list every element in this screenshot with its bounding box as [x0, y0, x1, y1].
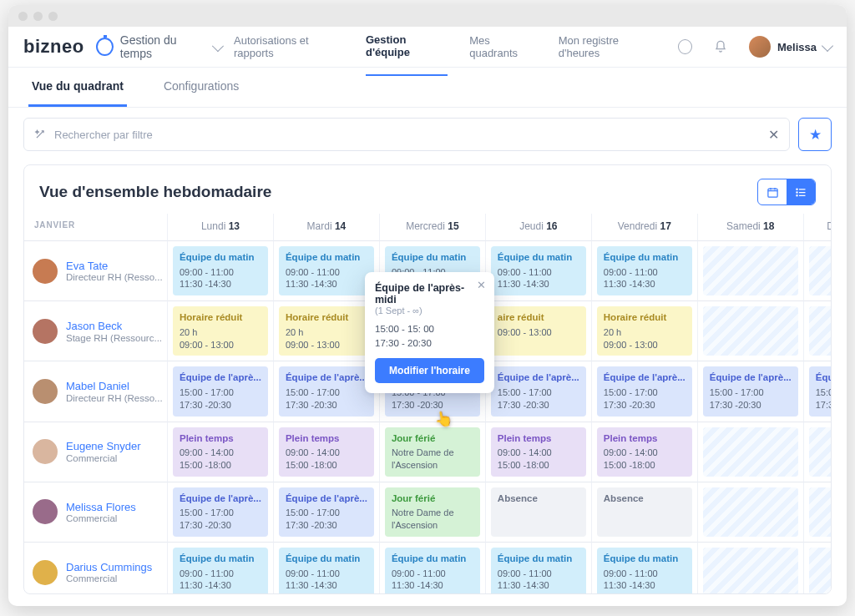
edit-schedule-button[interactable]: Modifier l'horaire [375, 358, 484, 383]
window-min-dot[interactable] [33, 12, 43, 21]
shift-cell[interactable]: Équipe de l'aprè...15:00 - 17:0017:30 -2… [274, 361, 380, 422]
shift-block[interactable] [703, 487, 798, 537]
shift-block[interactable]: Équipe de l'aprè...15:00 - 17:0017:30 -2… [491, 366, 586, 416]
shift-block[interactable]: Équipe du matin09:00 - 11:0011:30 -14:30 [597, 246, 692, 295]
shift-cell[interactable]: Absence [592, 482, 698, 543]
shift-cell[interactable]: Horaire réduit20 h09:00 - 13:00 [168, 301, 274, 361]
shift-block[interactable]: Équipe du matin09:00 - 11:0011:30 -14:30 [491, 246, 586, 295]
shift-cell[interactable]: Horaire réduit20 h09:00 - 13:00 [274, 301, 380, 361]
shift-block[interactable]: aire réduit09:00 - 13:00 [491, 306, 586, 356]
user-menu[interactable]: Melissa [749, 36, 832, 58]
shift-cell[interactable]: Horaire réduit20 h09:00 - 13:00 [592, 301, 698, 361]
shift-cell[interactable]: Jour fériéNotre Dame del'Ascension [380, 482, 486, 543]
view-list-button[interactable] [787, 179, 815, 204]
person-name[interactable]: Jason Beck [66, 320, 162, 333]
shift-cell[interactable]: Plein temps09:00 - 14:0015:00 -18:00 [592, 422, 698, 482]
shift-block[interactable]: Équipe du matin09:00 - 11:0011:30 -14:30 [279, 548, 374, 593]
shift-cell[interactable]: Équipe du matin09:00 - 11:0011:30 -14:30 [592, 241, 698, 301]
window-close-dot[interactable] [18, 12, 28, 21]
person-name[interactable]: Darius Cummings [66, 561, 152, 574]
shift-cell[interactable] [804, 543, 831, 593]
shift-block[interactable]: Horaire réduit20 h09:00 - 13:00 [173, 306, 268, 356]
shift-block[interactable] [703, 548, 798, 593]
shift-block[interactable]: Équipe de l'aprè...15:00 - 17:0017:30 -2… [703, 366, 798, 416]
filter-search[interactable]: Rechercher par filtre ✕ [23, 118, 790, 151]
shift-cell[interactable]: Plein temps09:00 - 14:0015:00 -18:00 [168, 422, 274, 482]
shift-cell[interactable]: Équipe du matin09:00 - 11:0011:30 -14:30 [592, 543, 698, 593]
shift-block[interactable]: Équipe du matin09:00 - 11:0011:30 -14:30 [385, 548, 480, 593]
popover-close-button[interactable]: ✕ [477, 279, 486, 291]
shift-block[interactable]: Équipe de l'aprè...15:00 - 17:0017:30 -2… [173, 366, 268, 416]
shift-block[interactable]: Plein temps09:00 - 14:0015:00 -18:00 [597, 427, 692, 477]
shift-cell[interactable]: Plein temps09:00 - 14:0015:00 -18:00 [274, 422, 380, 482]
favorite-filter-button[interactable]: ★ [798, 118, 832, 151]
shift-block[interactable]: Jour fériéNotre Dame del'Ascension [385, 487, 480, 537]
shift-cell[interactable] [698, 241, 804, 301]
tab-configurations[interactable]: Configurations [160, 68, 242, 107]
nav-item-registre-heures[interactable]: Mon registre d'heures [559, 34, 656, 59]
shift-cell[interactable]: Équipe de l'aprè...15:00 - 17:0017:30 -2… [274, 482, 380, 543]
person-cell[interactable]: Melissa FloresCommercial [24, 482, 168, 543]
shift-block[interactable]: Équipe de l'aprè...15:00 - 17:0017:30 -2… [809, 366, 831, 416]
view-calendar-button[interactable] [758, 179, 787, 204]
module-selector[interactable]: Gestion du temps [96, 33, 222, 60]
shift-block[interactable]: Équipe du matin09:00 - 11:0011:30 -14:30 [491, 548, 586, 593]
shift-cell[interactable] [804, 482, 831, 543]
shift-cell[interactable] [804, 422, 831, 482]
shift-cell[interactable]: Équipe de l'aprè...15:00 - 17:0017:30 -2… [592, 361, 698, 422]
shift-block[interactable] [703, 246, 798, 295]
shift-block[interactable]: Équipe du matin09:00 - 11:0011:30 -14:30 [597, 548, 692, 593]
shift-cell[interactable]: Équipe de l'aprè...15:00 - 17:0017:30 -2… [486, 361, 592, 422]
shift-block[interactable]: Équipe de l'aprè...15:00 - 17:0017:30 -2… [173, 487, 268, 537]
tab-vue-quadrant[interactable]: Vue du quadrant [28, 68, 127, 107]
shift-block[interactable]: Équipe de l'aprè...15:00 - 17:0017:30 -2… [279, 487, 374, 537]
shift-block[interactable] [809, 427, 831, 477]
shift-block[interactable]: Jour fériéNotre Dame del'Ascension [385, 427, 480, 477]
nav-item-autorisations[interactable]: Autorisations et rapports [234, 34, 344, 59]
help-icon[interactable] [678, 39, 692, 54]
shift-block[interactable]: Équipe de l'aprè...15:00 - 17:0017:30 -2… [597, 366, 692, 416]
shift-block[interactable] [703, 427, 798, 477]
person-cell[interactable]: Eugene SnyderCommercial [24, 422, 168, 482]
shift-block[interactable]: Horaire réduit20 h09:00 - 13:00 [279, 306, 374, 356]
shift-cell[interactable]: Équipe de l'aprè...15:00 - 17:0017:30 -2… [804, 361, 831, 422]
shift-cell[interactable]: Équipe du matin09:00 - 11:0011:30 -14:30 [274, 241, 380, 301]
shift-cell[interactable]: Plein temps09:00 - 14:0015:00 -18:00 [486, 422, 592, 482]
shift-cell[interactable]: Équipe de l'aprè...15:00 - 17:0017:30 -2… [168, 361, 274, 422]
shift-cell[interactable]: Équipe de l'aprè...15:00 - 17:0017:30 -2… [698, 361, 804, 422]
shift-block[interactable]: Horaire réduit20 h09:00 - 13:00 [597, 306, 692, 356]
shift-block[interactable] [809, 548, 831, 593]
shift-block[interactable] [809, 487, 831, 537]
person-cell[interactable]: Jason BeckStage RH (Ressourc... [24, 301, 168, 361]
shift-cell[interactable]: aire réduit09:00 - 13:00 [486, 301, 592, 361]
shift-cell[interactable]: Équipe du matin09:00 - 11:0011:30 -14:30 [274, 543, 380, 593]
shift-cell[interactable]: Équipe du matin09:00 - 11:0011:30 -14:30 [486, 241, 592, 301]
shift-block[interactable]: Plein temps09:00 - 14:0015:00 -18:00 [491, 427, 586, 477]
shift-cell[interactable]: Absence [486, 482, 592, 543]
clear-filter-button[interactable]: ✕ [768, 127, 779, 143]
shift-cell[interactable] [804, 241, 831, 301]
person-cell[interactable]: Eva TateDirecteur RH (Resso... [24, 241, 168, 301]
person-cell[interactable]: Darius CummingsCommercial [24, 543, 168, 593]
shift-cell[interactable] [698, 543, 804, 593]
shift-block[interactable] [809, 306, 831, 356]
person-name[interactable]: Melissa Flores [66, 501, 136, 514]
person-name[interactable]: Eva Tate [66, 260, 163, 273]
shift-cell[interactable]: Équipe de l'aprè...15:00 - 17:0017:30 -2… [168, 482, 274, 543]
shift-cell[interactable] [804, 301, 831, 361]
shift-cell[interactable]: Équipe du matin09:00 - 11:0011:30 -14:30 [486, 543, 592, 593]
person-name[interactable]: Mabel Daniel [66, 380, 163, 393]
window-max-dot[interactable] [48, 12, 58, 21]
shift-block[interactable]: Absence [491, 487, 586, 537]
shift-block[interactable] [809, 246, 831, 295]
shift-cell[interactable]: Équipe du matin09:00 - 11:0011:30 -14:30 [380, 543, 486, 593]
person-cell[interactable]: Mabel DanielDirecteur RH (Resso... [24, 361, 168, 422]
shift-cell[interactable] [698, 482, 804, 543]
shift-block[interactable]: Absence [597, 487, 692, 537]
shift-block[interactable] [703, 306, 798, 356]
person-name[interactable]: Eugene Snyder [66, 440, 141, 453]
shift-block[interactable]: Plein temps09:00 - 14:0015:00 -18:00 [173, 427, 268, 477]
shift-cell[interactable]: Équipe du matin09:00 - 11:0011:30 -14:30 [168, 543, 274, 593]
shift-block[interactable]: Plein temps09:00 - 14:0015:00 -18:00 [279, 427, 374, 477]
notification-bell-icon[interactable] [714, 40, 727, 53]
